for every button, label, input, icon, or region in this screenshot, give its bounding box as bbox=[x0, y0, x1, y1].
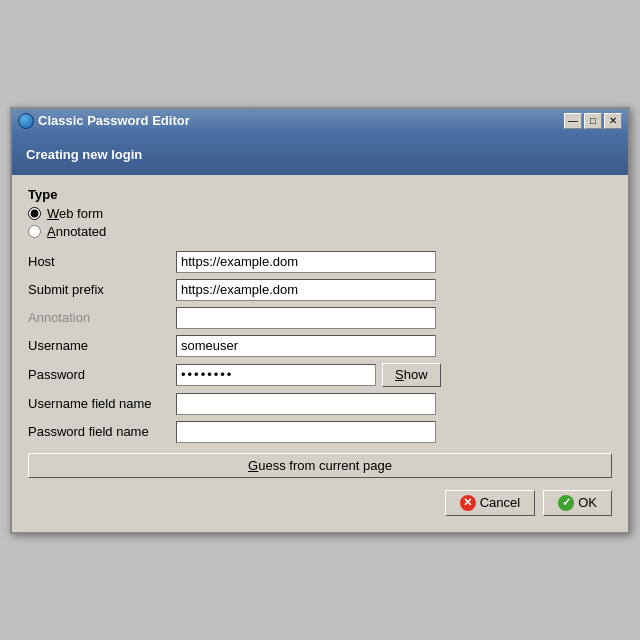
guess-button[interactable]: Guess from current page bbox=[28, 453, 612, 478]
window-title: Classic Password Editor bbox=[38, 113, 190, 128]
minimize-button[interactable]: — bbox=[564, 113, 582, 129]
button-row: ✕ Cancel ✓ OK bbox=[28, 490, 612, 520]
radio-webform[interactable] bbox=[28, 207, 41, 220]
annotation-field-container bbox=[176, 307, 612, 329]
ok-label: OK bbox=[578, 495, 597, 510]
dialog-content: Type Web form Annotated Host Su bbox=[12, 175, 628, 532]
username-input[interactable] bbox=[176, 335, 436, 357]
form-section: Host Submit prefix Annotation Username P… bbox=[28, 251, 612, 443]
annotation-label: Annotation bbox=[28, 310, 168, 325]
username-field-name-container bbox=[176, 393, 612, 415]
host-label: Host bbox=[28, 254, 168, 269]
username-field-container bbox=[176, 335, 612, 357]
type-label: Type bbox=[28, 187, 612, 202]
password-label: Password bbox=[28, 367, 168, 382]
annotation-input[interactable] bbox=[176, 307, 436, 329]
password-field-name-container bbox=[176, 421, 612, 443]
username-field-label: Username field name bbox=[28, 396, 168, 411]
radio-annotated-label[interactable]: Annotated bbox=[47, 224, 106, 239]
radio-webform-label[interactable]: Web form bbox=[47, 206, 103, 221]
radio-row-annotated: Annotated bbox=[28, 224, 612, 239]
submit-prefix-label: Submit prefix bbox=[28, 282, 168, 297]
main-window: Classic Password Editor — □ ✕ Creating n… bbox=[10, 107, 630, 534]
cancel-label: Cancel bbox=[480, 495, 520, 510]
type-section: Type Web form Annotated bbox=[28, 187, 612, 239]
password-field-input[interactable] bbox=[176, 421, 436, 443]
cancel-icon: ✕ bbox=[460, 495, 476, 511]
radio-row-webform: Web form bbox=[28, 206, 612, 221]
app-icon bbox=[18, 113, 34, 129]
radio-annotated[interactable] bbox=[28, 225, 41, 238]
ok-icon: ✓ bbox=[558, 495, 574, 511]
host-input[interactable] bbox=[176, 251, 436, 273]
ok-button[interactable]: ✓ OK bbox=[543, 490, 612, 516]
maximize-button[interactable]: □ bbox=[584, 113, 602, 129]
submit-prefix-input[interactable] bbox=[176, 279, 436, 301]
host-field-container bbox=[176, 251, 612, 273]
webform-underline: W bbox=[47, 206, 59, 221]
annotated-underline: A bbox=[47, 224, 56, 239]
password-row: Show bbox=[176, 363, 612, 387]
cancel-button[interactable]: ✕ Cancel bbox=[445, 490, 535, 516]
title-bar-left: Classic Password Editor bbox=[18, 113, 190, 129]
dialog-header: Creating new login bbox=[12, 133, 628, 175]
password-input[interactable] bbox=[176, 364, 376, 386]
password-field-label: Password field name bbox=[28, 424, 168, 439]
submit-prefix-field-container bbox=[176, 279, 612, 301]
username-field-input[interactable] bbox=[176, 393, 436, 415]
title-bar-controls: — □ ✕ bbox=[564, 113, 622, 129]
close-button[interactable]: ✕ bbox=[604, 113, 622, 129]
title-bar: Classic Password Editor — □ ✕ bbox=[12, 109, 628, 133]
show-button[interactable]: Show bbox=[382, 363, 441, 387]
username-label: Username bbox=[28, 338, 168, 353]
dialog-header-text: Creating new login bbox=[26, 147, 142, 162]
